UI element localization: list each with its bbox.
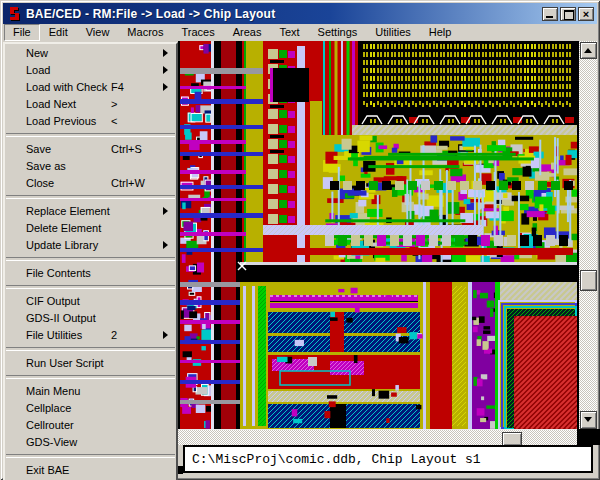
menu-item-new[interactable]: New bbox=[5, 45, 176, 62]
close-icon: × bbox=[579, 7, 593, 21]
menu-item-file-contents[interactable]: File Contents bbox=[5, 265, 176, 282]
menu-bar: FileEditViewMacrosTracesAreasTextSetting… bbox=[3, 24, 597, 41]
maximize-button[interactable] bbox=[560, 7, 576, 21]
menu-item-label: Load bbox=[26, 62, 50, 79]
menu-item-label: Save as bbox=[26, 158, 66, 175]
status-text: C:\MiscProj\comic.ddb, Chip Layout s1 bbox=[185, 452, 481, 467]
menu-item-shortcut: F4 bbox=[111, 79, 124, 96]
menu-item-label: GDS-II Output bbox=[26, 310, 96, 327]
scroll-down-icon bbox=[584, 417, 592, 422]
close-button[interactable]: × bbox=[578, 7, 594, 21]
menu-item-label: Load with Check bbox=[26, 79, 107, 96]
minimize-button[interactable] bbox=[542, 7, 558, 21]
submenu-arrow-icon bbox=[163, 331, 168, 339]
menu-item-label: GDS-View bbox=[26, 434, 77, 451]
menu-item-shortcut: < bbox=[111, 113, 117, 130]
menu-item-label: Save bbox=[26, 141, 51, 158]
menu-item-shortcut: Ctrl+S bbox=[111, 141, 142, 158]
menu-item-label: Close bbox=[26, 175, 54, 192]
menubar-item-file[interactable]: File bbox=[4, 24, 40, 41]
horizontal-scrollbar[interactable] bbox=[178, 429, 577, 445]
menubar-item-areas[interactable]: Areas bbox=[224, 24, 271, 41]
menu-item-label: CIF Output bbox=[26, 293, 80, 310]
menu-item-label: New bbox=[26, 45, 48, 62]
app-icon bbox=[7, 6, 23, 22]
submenu-arrow-icon bbox=[163, 241, 168, 249]
menu-item-gds-ii-output[interactable]: GDS-II Output bbox=[5, 310, 176, 327]
menubar-item-edit[interactable]: Edit bbox=[40, 24, 77, 41]
menu-item-label: Load Next bbox=[26, 96, 76, 113]
file-menu: NewLoadLoad with CheckF4Load Next>Load P… bbox=[3, 42, 178, 480]
status-bar: C:\MiscProj\comic.ddb, Chip Layout s1 bbox=[183, 445, 593, 473]
menu-item-load-next[interactable]: Load Next> bbox=[5, 96, 176, 113]
menubar-item-traces[interactable]: Traces bbox=[172, 24, 223, 41]
menu-separator bbox=[6, 257, 175, 261]
menu-item-cellrouter[interactable]: Cellrouter bbox=[5, 417, 176, 434]
menu-item-gds-view[interactable]: GDS-View bbox=[5, 434, 176, 451]
submenu-arrow-icon bbox=[163, 49, 168, 57]
menu-item-run-user-script[interactable]: Run User Script bbox=[5, 355, 176, 372]
menubar-item-text[interactable]: Text bbox=[270, 24, 308, 41]
menu-item-shortcut: 2 bbox=[111, 327, 117, 344]
menu-item-load-previous[interactable]: Load Previous< bbox=[5, 113, 176, 130]
menubar-item-utilities[interactable]: Utilities bbox=[366, 24, 419, 41]
scroll-up-button[interactable] bbox=[580, 42, 597, 59]
menu-item-shortcut: Ctrl+W bbox=[111, 175, 145, 192]
minimize-icon bbox=[546, 16, 553, 18]
menubar-item-settings[interactable]: Settings bbox=[309, 24, 367, 41]
menu-item-label: File Contents bbox=[26, 265, 91, 282]
window-title: BAE/CED - RM:File -> Load -> Chip Layout bbox=[26, 7, 542, 21]
scrollbar-corner bbox=[577, 429, 600, 445]
menu-item-label: Load Previous bbox=[26, 113, 96, 130]
menu-separator bbox=[6, 347, 175, 351]
submenu-arrow-icon bbox=[163, 66, 168, 74]
scroll-up-icon bbox=[584, 48, 592, 53]
menu-item-label: Exit BAE bbox=[26, 462, 69, 479]
submenu-arrow-icon bbox=[163, 207, 168, 215]
menu-item-label: File Utilities bbox=[26, 327, 82, 344]
submenu-arrow-icon bbox=[163, 83, 168, 91]
vertical-scrollbar-thumb[interactable] bbox=[580, 270, 597, 291]
application-window: BAE/CED - RM:File -> Load -> Chip Layout… bbox=[0, 0, 600, 480]
title-bar[interactable]: BAE/CED - RM:File -> Load -> Chip Layout… bbox=[3, 3, 597, 24]
menu-separator bbox=[6, 375, 175, 379]
menu-separator bbox=[6, 285, 175, 289]
menu-separator bbox=[6, 454, 175, 458]
menu-item-delete-element[interactable]: Delete Element bbox=[5, 220, 176, 237]
menu-item-label: Update Library bbox=[26, 237, 98, 254]
menubar-item-help[interactable]: Help bbox=[420, 24, 461, 41]
menu-item-main-menu[interactable]: Main Menu bbox=[5, 383, 176, 400]
menu-item-update-library[interactable]: Update Library bbox=[5, 237, 176, 254]
menu-item-save[interactable]: SaveCtrl+S bbox=[5, 141, 176, 158]
menu-separator bbox=[6, 195, 175, 199]
maximize-icon bbox=[564, 10, 574, 20]
menu-item-label: Cellplace bbox=[26, 400, 71, 417]
menu-item-load-with-check[interactable]: Load with CheckF4 bbox=[5, 79, 176, 96]
chip-layout-canvas[interactable] bbox=[180, 41, 577, 429]
chip-layout-viewport[interactable] bbox=[178, 41, 577, 429]
menu-item-label: Run User Script bbox=[26, 355, 104, 372]
horizontal-scrollbar-thumb[interactable] bbox=[502, 432, 522, 446]
menu-item-load[interactable]: Load bbox=[5, 62, 176, 79]
menu-item-file-utilities[interactable]: File Utilities2 bbox=[5, 327, 176, 344]
menu-item-label: Delete Element bbox=[26, 220, 101, 237]
menu-item-exit-bae[interactable]: Exit BAE bbox=[5, 462, 176, 479]
menubar-item-view[interactable]: View bbox=[77, 24, 119, 41]
menubar-item-macros[interactable]: Macros bbox=[118, 24, 172, 41]
menu-item-label: Cellrouter bbox=[26, 417, 74, 434]
vertical-scrollbar[interactable] bbox=[577, 41, 597, 429]
menu-item-label: Replace Element bbox=[26, 203, 110, 220]
menu-item-cellplace[interactable]: Cellplace bbox=[5, 400, 176, 417]
menu-item-label: Main Menu bbox=[26, 383, 80, 400]
menu-item-shortcut: > bbox=[111, 96, 117, 113]
menu-item-close[interactable]: CloseCtrl+W bbox=[5, 175, 176, 192]
scroll-down-button[interactable] bbox=[580, 411, 597, 429]
menu-item-cif-output[interactable]: CIF Output bbox=[5, 293, 176, 310]
menu-item-save-as[interactable]: Save as bbox=[5, 158, 176, 175]
menu-separator bbox=[6, 133, 175, 137]
menu-item-replace-element[interactable]: Replace Element bbox=[5, 203, 176, 220]
window-controls: × bbox=[542, 7, 594, 21]
